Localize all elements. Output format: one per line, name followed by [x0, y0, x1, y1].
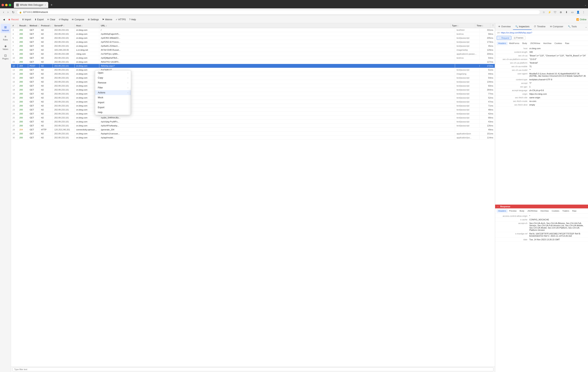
https-button[interactable]: ✓ HTTPS [114, 18, 127, 22]
table-row[interactable]: 22 200 GET H2 202.89.233.101 cn.bing.com… [11, 104, 495, 108]
inspector-tabs-more[interactable]: ⌄ [585, 25, 587, 28]
resp-tab-preview[interactable]: Preview [508, 209, 518, 213]
profile-icon[interactable]: 👤 [576, 10, 580, 15]
extension-icon-4[interactable]: ⬇ [564, 10, 569, 15]
forward-button[interactable]: › [6, 10, 10, 14]
back-button[interactable]: ‹ [2, 10, 5, 14]
table-row[interactable]: 7 200 GET H2 202.89.233.101 cn.bing.com … [11, 44, 495, 48]
col-header-method[interactable]: Method ↕ [28, 23, 40, 28]
cast-icon[interactable]: ▭ [570, 10, 575, 15]
new-tab-button[interactable]: + [49, 3, 54, 7]
table-row[interactable]: 26 200 GET H2 202.89.233.101 cn.bing.com… [11, 120, 495, 124]
sub-tab-jsonview[interactable]: JSONView [529, 41, 542, 45]
bookmark-icon[interactable]: ☆ [541, 10, 546, 15]
request-tab[interactable]: → Request [497, 36, 511, 40]
sidebar-item-values[interactable]: ◈ Values [0, 43, 10, 52]
table-row[interactable]: 20 200 GET H2 202.89.233.101 cn.bing.com… [11, 96, 495, 100]
tab-composer[interactable]: ✉ Composer [548, 24, 565, 30]
table-row[interactable]: 10 200 GET H2 202.89.233.101 cn.bing.com… [11, 56, 495, 60]
import-button[interactable]: ⬆ Import [21, 18, 33, 22]
cell-num: 5 [11, 36, 18, 40]
table-row[interactable]: 3 200 GET H2 202.89.233.101 cn.bing.com … [11, 28, 495, 32]
table-row[interactable]: 6 200 GET H2 202.89.233.101 cn.bing.com … [11, 40, 495, 44]
resp-tab-headers[interactable]: Headers [497, 209, 508, 213]
table-row[interactable]: 15 200 GET H2 202.89.233.101 cn.bing.com… [11, 76, 495, 80]
tab-inspectors[interactable]: 🔍 Inspectors [513, 24, 532, 30]
close-window-button[interactable] [1, 4, 4, 6]
table-row[interactable]: 24 200 GET H2 202.89.233.101 cn.bing.com… [11, 112, 495, 116]
frames-tab[interactable]: ◫ Frames [512, 36, 525, 40]
sub-tab-hexview[interactable]: HexView [542, 41, 553, 45]
table-row[interactable]: 23 200 GET H2 202.89.233.101 cn.bing.com… [11, 108, 495, 112]
header-name: date [497, 238, 529, 241]
tab-overview[interactable]: 👁 Overview [496, 24, 513, 30]
table-row[interactable]: 11 200 GET H2 202.89.233.101 cn.bing.com… [11, 60, 495, 64]
table-row[interactable]: 8 200 GET H2 183.248.220.65 s.cn.bing.ne… [11, 48, 495, 52]
sidebar-toggle-button[interactable]: ◀ [1, 18, 6, 22]
col-header-host[interactable]: Host ↕ [75, 23, 99, 28]
resp-tab-jsonview[interactable]: JSONView [526, 209, 539, 213]
table-row[interactable]: 17 200 GET H2 202.89.233.101 cn.bing.com… [11, 84, 495, 88]
col-header-protocol[interactable]: Protocol ↕ [40, 23, 53, 28]
sidebar-item-network[interactable]: ⊞ Network [0, 24, 10, 33]
maximize-window-button[interactable] [9, 4, 11, 6]
resp-tab-body[interactable]: Body [518, 209, 526, 213]
col-header-result[interactable]: Result ↕ [18, 23, 28, 28]
sidebar-item-plugins[interactable]: ⊡ Plugins [0, 52, 10, 61]
col-header-serverip[interactable]: ServerIP ↕ [53, 23, 75, 28]
minimize-window-button[interactable] [5, 4, 8, 6]
extension-icon-3[interactable]: ⊕ [558, 10, 563, 15]
tab-close-button[interactable]: ✕ [44, 4, 46, 6]
menu-icon[interactable]: ⋮ [581, 10, 586, 15]
col-header-extra[interactable]: ⋮ [490, 23, 495, 28]
table-row[interactable]: 12 204 POST H2 202.89.233.101 cn.bing.co… [11, 64, 495, 68]
resp-tab-cookies[interactable]: Cookies [550, 209, 561, 213]
table-row[interactable]: 4 200 GET H2 202.89.233.101 cn.bing.com … [11, 32, 495, 36]
col-header-type[interactable]: Type ↕ [451, 23, 475, 28]
tab-tools[interactable]: 🔧 Tools [566, 24, 579, 30]
table-row[interactable]: 29 200 GET H2 202.89.233.101 cn.bing.com… [11, 132, 495, 136]
resp-tab-trailers[interactable]: Trailers [561, 209, 571, 213]
col-header-time[interactable]: Time ↕ [475, 23, 490, 28]
table-row[interactable]: 16 200 GET H2 202.89.233.101 cn.bing.com… [11, 80, 495, 84]
cell-type: text/css [455, 56, 480, 60]
table-row[interactable]: 30 200 GET H2 202.89.233.101 cn.bing.com… [11, 136, 495, 140]
url-box[interactable]: 🔒 127.0.0.1:8899/#network [17, 10, 540, 14]
sub-tab-webforms[interactable]: WebForms [508, 41, 521, 45]
active-tab[interactable]: Whistle Web Debugger ✕ [14, 2, 48, 8]
filter-input[interactable] [12, 367, 494, 371]
extension-icon-1[interactable]: ⚡ [547, 10, 552, 15]
reload-button[interactable]: ↻ [11, 10, 16, 14]
table-row[interactable]: 28 204 GET HTTP 120.253.240.201 connecti… [11, 128, 495, 132]
resp-tab-raw[interactable]: Raw [571, 209, 578, 213]
sidebar-item-rules[interactable]: ≡ Rules [0, 33, 10, 42]
table-row[interactable]: 5 200 GET H2 202.89.233.101 cn.bing.com … [11, 36, 495, 40]
help-button[interactable]: ? Help [128, 18, 137, 22]
replay-button[interactable]: ↺ Replay [57, 18, 70, 22]
table-row[interactable]: 9 200 GET H2 202.89.233.100 r.bing.com /… [11, 52, 495, 56]
tab-timeline[interactable]: ⏱ Timeline [532, 24, 548, 30]
resp-tab-hexview[interactable]: HexView [539, 209, 550, 213]
table-row[interactable]: 13 200 GET H2 202.89.233.101 cn.bing.com… [11, 68, 495, 72]
table-row[interactable]: 25 200 GET H2 202.89.233.101 cn.bing.com… [11, 116, 495, 120]
settings-button[interactable]: ⚙ Settings [86, 18, 100, 22]
table-row[interactable]: 21 200 GET H2 202.89.233.101 cn.bing.com… [11, 100, 495, 104]
col-header-num[interactable]: # [11, 23, 18, 28]
sub-tab-raw[interactable]: Raw [564, 41, 571, 45]
col-header-url[interactable]: URL ↕ [99, 23, 451, 28]
tab-overflow-button[interactable]: ⌄ [585, 4, 587, 6]
table-row[interactable]: 27 200 GET H2 202.89.233.101 cn.bing.com… [11, 124, 495, 128]
compose-button[interactable]: ✉ Compose [70, 18, 86, 22]
weinre-button[interactable]: ⚑ Weinre [101, 18, 114, 22]
table-row[interactable]: 18 200 GET H2 202.89.233.101 cn.bing.com… [11, 88, 495, 92]
export-button[interactable]: ⬇ Export [33, 18, 45, 22]
sub-tab-cookies[interactable]: Cookies [553, 41, 564, 45]
sub-tab-headers[interactable]: Headers [497, 41, 508, 45]
table-row[interactable]: 19 200 GET H2 202.89.233.101 cn.bing.com… [11, 92, 495, 96]
table-row[interactable]: 14 200 GET H2 202.89.233.101 cn.bing.com… [11, 72, 495, 76]
clear-button[interactable]: ✕ Clear [46, 18, 57, 22]
sub-tab-body[interactable]: Body [521, 41, 529, 45]
extension-icon-2[interactable]: 🛡 [553, 10, 558, 15]
record-button[interactable]: ⏺ Record [7, 18, 20, 22]
cell-protocol: H2 [40, 56, 53, 60]
